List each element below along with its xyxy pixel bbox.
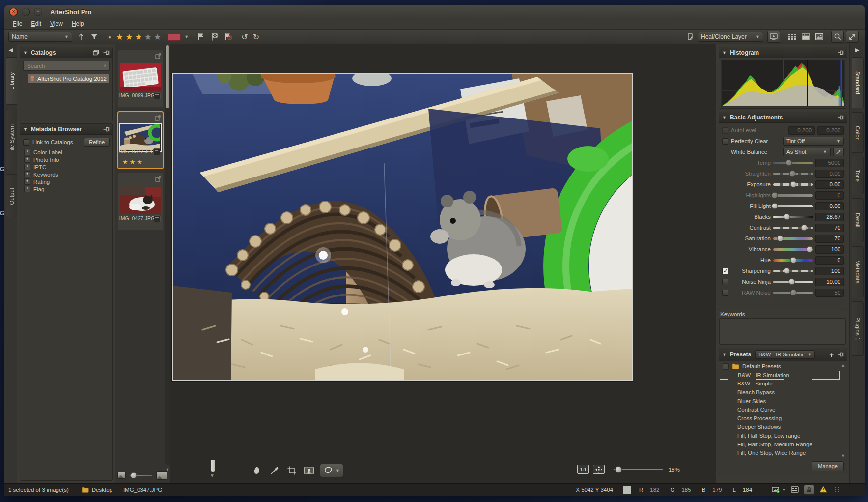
- white-balance-eyedropper[interactable]: [833, 148, 844, 156]
- collapse-left-icon[interactable]: ◀: [4, 44, 17, 53]
- panel-tab[interactable]: Library: [6, 57, 17, 105]
- rating-stars[interactable]: ★★★★★: [115, 33, 162, 41]
- autolevel-checkbox[interactable]: [722, 127, 728, 134]
- scrollbar-thumb[interactable]: [166, 45, 169, 108]
- flag-reject-icon[interactable]: [224, 32, 233, 41]
- thumbnail-cell[interactable]: IMG_0347.JPG ★★★: [117, 111, 164, 169]
- filter-icon[interactable]: [90, 32, 99, 41]
- preset-item[interactable]: Fill, Half Stop, Low range: [720, 431, 846, 440]
- preset-folder[interactable]: − Default Presets: [720, 362, 846, 371]
- filmstrip-view-icon[interactable]: [800, 31, 812, 42]
- collapse-arrow-icon[interactable]: ▼: [23, 127, 28, 132]
- slider-thumb[interactable]: [772, 192, 778, 199]
- open-version-icon[interactable]: [155, 52, 161, 61]
- slider-thumb[interactable]: [790, 290, 796, 296]
- preset-selector-dropdown[interactable]: B&W - IR Simulation▼: [755, 350, 815, 359]
- color-label-dropdown-arrow[interactable]: ▼: [184, 34, 189, 39]
- fullscreen-icon[interactable]: [846, 31, 859, 43]
- proof-profile-button[interactable]: ▼: [772, 487, 786, 493]
- panel-tab[interactable]: Detail: [852, 198, 864, 242]
- rotate-right-icon[interactable]: ↻: [253, 32, 259, 42]
- star-icon[interactable]: ★: [154, 33, 161, 41]
- slider-track[interactable]: [773, 248, 813, 251]
- rotate-left-icon[interactable]: ↺: [241, 32, 248, 42]
- add-preset-button[interactable]: +: [829, 351, 834, 358]
- slider-track[interactable]: [773, 183, 813, 186]
- open-version-icon[interactable]: [155, 114, 161, 123]
- scroll-down-icon[interactable]: ▼: [840, 453, 846, 458]
- selection-tool[interactable]: ▼: [320, 464, 343, 477]
- slider-track[interactable]: [773, 292, 813, 294]
- slider-value[interactable]: 0: [815, 256, 844, 265]
- slider-track[interactable]: [773, 281, 813, 283]
- white-balance-dropdown[interactable]: As Shot▼: [783, 148, 831, 156]
- star-icon[interactable]: ★: [125, 33, 133, 41]
- preset-item[interactable]: Bluer Skies: [720, 397, 846, 406]
- thumbnail-size-slider[interactable]: [130, 475, 152, 476]
- slider-checkbox[interactable]: [722, 290, 728, 296]
- preset-item[interactable]: Deeper Shadows: [720, 423, 846, 432]
- thumbnail-image[interactable]: [119, 123, 162, 152]
- thumbnail-image[interactable]: [120, 186, 161, 214]
- slider-value[interactable]: 0.00: [815, 170, 844, 178]
- scroll-down-icon[interactable]: ▼: [210, 473, 215, 478]
- color-label-swatch[interactable]: [168, 33, 181, 41]
- metadata-tree-item[interactable]: + IPTC: [20, 163, 112, 171]
- warning-icon[interactable]: [819, 486, 827, 494]
- collapse-arrow-icon[interactable]: ▼: [23, 50, 28, 55]
- panel-tab[interactable]: Color: [852, 112, 864, 153]
- menu-item[interactable]: Edit: [27, 19, 46, 28]
- slider-thumb[interactable]: [784, 268, 790, 274]
- maximize-button[interactable]: ▫: [34, 8, 42, 16]
- close-button[interactable]: ×: [9, 8, 18, 16]
- thumbnail-image[interactable]: [120, 63, 161, 91]
- expand-plus-icon[interactable]: +: [24, 149, 30, 155]
- slider-value[interactable]: 5000: [815, 159, 844, 167]
- preset-item[interactable]: Fill, Half Stop, Medium Range: [720, 440, 846, 449]
- viewer-scrollbar[interactable]: [211, 460, 215, 472]
- slider-value[interactable]: 100: [815, 267, 844, 275]
- zoom-slider-thumb[interactable]: [615, 466, 622, 473]
- pin-icon[interactable]: [838, 352, 844, 357]
- slider-thumb[interactable]: [801, 225, 808, 231]
- slider-track[interactable]: [773, 237, 813, 240]
- pin-icon[interactable]: [103, 50, 110, 55]
- title-bar[interactable]: × – ▫ AfterShot Pro: [4, 5, 865, 19]
- slider-checkbox[interactable]: [722, 268, 728, 274]
- thumbnail-cell[interactable]: IMG_0099.JPG: [117, 50, 164, 108]
- slider-thumb[interactable]: [784, 214, 790, 220]
- slider-thumb[interactable]: [777, 236, 783, 242]
- expand-plus-icon[interactable]: +: [24, 164, 30, 170]
- slideshow-icon[interactable]: [767, 31, 780, 43]
- panel-tab[interactable]: Plugins 1: [852, 301, 864, 356]
- autolevel-value-1[interactable]: 0.200: [788, 126, 815, 135]
- rating-dot-icon[interactable]: ●: [108, 34, 111, 40]
- slider-track[interactable]: [773, 205, 813, 207]
- slider-thumb[interactable]: [772, 203, 778, 209]
- cache-status-icon[interactable]: [791, 486, 799, 494]
- lock-button[interactable]: [804, 485, 814, 495]
- preset-item[interactable]: Bleach Bypass: [720, 388, 846, 397]
- metadata-tree-item[interactable]: + Photo Info: [20, 156, 112, 163]
- menu-item[interactable]: File: [8, 19, 27, 28]
- search-input[interactable]: [26, 62, 104, 69]
- slider-checkbox[interactable]: [722, 279, 728, 285]
- thumbnail-cell[interactable]: IMG_0427.JPG: [117, 173, 164, 231]
- perfectly-clear-checkbox[interactable]: [722, 138, 728, 145]
- slider-track[interactable]: [773, 259, 813, 262]
- panel-tab[interactable]: Tone: [852, 157, 864, 194]
- star-icon[interactable]: ★: [116, 33, 123, 41]
- catalog-search[interactable]: [23, 61, 110, 71]
- slider-value[interactable]: 10.00: [815, 278, 844, 286]
- grid-view-icon[interactable]: [786, 31, 798, 42]
- link-to-catalogs-checkbox[interactable]: [23, 139, 29, 146]
- new-catalog-icon[interactable]: [93, 50, 99, 56]
- resize-grip[interactable]: [835, 487, 839, 492]
- slider-track[interactable]: [773, 194, 813, 197]
- refine-button[interactable]: Refine: [84, 138, 110, 147]
- panel-tab[interactable]: File System: [6, 109, 17, 170]
- panel-tab[interactable]: Metadata: [852, 246, 864, 297]
- actual-size-button[interactable]: 1:1: [577, 465, 589, 474]
- panel-tab[interactable]: Output: [6, 174, 17, 218]
- slider-value[interactable]: 0: [815, 191, 844, 200]
